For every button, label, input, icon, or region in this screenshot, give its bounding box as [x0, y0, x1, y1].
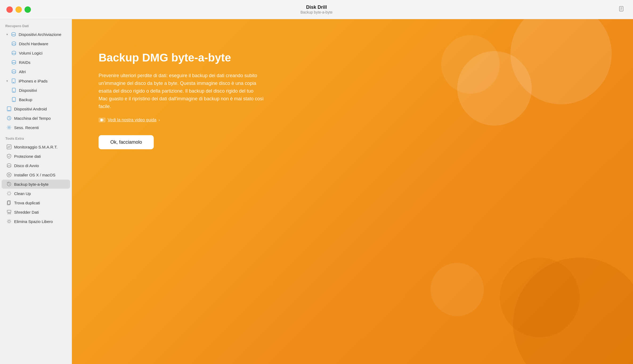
- sidebar-item-label: Altri: [19, 69, 66, 74]
- sidebar-item-label: Trova duplicati: [14, 201, 66, 205]
- sidebar-item-label: Dispositivi Archiviazione: [19, 32, 66, 37]
- minimize-button[interactable]: [15, 6, 22, 13]
- svg-line-49: [7, 222, 8, 223]
- sidebar-item-label: RAIDs: [19, 60, 66, 65]
- sidebar-item-backup-iphone[interactable]: Backup: [2, 95, 70, 104]
- svg-point-12: [14, 92, 14, 92]
- deco-circle-2: [457, 51, 532, 126]
- svg-marker-51: [103, 119, 104, 121]
- sidebar-item-label: Protezione dati: [14, 154, 66, 159]
- sidebar-item-raids[interactable]: RAIDs: [2, 58, 70, 67]
- svg-line-32: [10, 192, 11, 193]
- sidebar-item-label: Volumi Logici: [19, 51, 66, 55]
- sidebar-item-label: Dispositivi: [19, 88, 66, 93]
- gear-icon: [6, 125, 12, 130]
- sidebar-item-elimina-spazio-libero[interactable]: Elimina Spazio Libero: [2, 217, 70, 226]
- sidebar-item-label: Disco di Avvio: [14, 163, 66, 168]
- deco-circle-5: [500, 258, 580, 337]
- video-guide-link[interactable]: Vedi la nostra video guida ›: [99, 118, 264, 122]
- svg-line-39: [10, 213, 10, 214]
- title-bar: Disk Drill Backup byte-a-byte: [0, 0, 633, 19]
- tools-extra-label: Tools Extra: [0, 132, 72, 142]
- clock-icon: [6, 181, 12, 187]
- sun-icon: [6, 219, 12, 224]
- deco-circle-6: [431, 263, 484, 316]
- svg-point-16: [8, 110, 9, 111]
- sidebar-item-label: Dischi Hardware: [19, 42, 66, 46]
- sidebar-item-disco-di-avvio[interactable]: Disco di Avvio: [2, 161, 70, 170]
- sidebar-item-dispositivi[interactable]: Dispositivi: [2, 86, 70, 95]
- sidebar-item-label: Dispositivi Android: [14, 107, 66, 111]
- sidebar-item-backup-byte[interactable]: Backup byte-a-byte: [2, 180, 70, 189]
- sidebar-item-trova-duplicati[interactable]: Trova duplicati: [2, 198, 70, 207]
- svg-point-7: [12, 63, 16, 64]
- sidebar-item-volumi-logici[interactable]: Volumi Logici: [2, 48, 70, 57]
- chevron-right-icon: ›: [159, 118, 160, 122]
- sidebar-item-label: Elimina Spazio Libero: [14, 219, 66, 224]
- sidebar-item-iphones-ipads[interactable]: ▾ iPhones e iPads: [2, 76, 70, 85]
- sidebar-item-label: Backup byte-a-byte: [14, 182, 66, 187]
- shredder-icon: [6, 209, 12, 215]
- recupero-dati-label: Recupero Dati: [0, 19, 72, 30]
- timemachine-icon: [6, 115, 12, 121]
- chevron-down-icon: ▾: [6, 33, 8, 36]
- card-title: Backup DMG byte-a-byte: [99, 51, 264, 64]
- sidebar-item-macchina-del-tempo[interactable]: Macchina del Tempo: [2, 114, 70, 123]
- svg-point-21: [7, 166, 11, 167]
- sidebar-item-altri[interactable]: Altri: [2, 67, 70, 76]
- sidebar-item-label: Sess. Recenti: [14, 125, 66, 130]
- title-info: Disk Drill Backup byte-a-byte: [301, 5, 333, 14]
- svg-point-19: [8, 127, 10, 128]
- deco-circle-4: [513, 258, 633, 364]
- phone-icon: [11, 97, 17, 102]
- x-circle-icon: [6, 172, 12, 177]
- sidebar-item-label: Shredder Dati: [14, 210, 66, 214]
- content-area: Backup DMG byte-a-byte Prevenire ulterio…: [72, 19, 633, 364]
- svg-point-8: [12, 72, 16, 73]
- drive-icon: [11, 32, 16, 37]
- svg-line-47: [10, 222, 10, 223]
- drive-icon: [11, 60, 17, 65]
- chevron-down-icon: ▾: [6, 79, 8, 83]
- svg-line-37: [8, 213, 8, 214]
- drive-icon: [11, 50, 17, 56]
- sidebar-item-label: iPhones e iPads: [19, 79, 66, 83]
- sidebar-item-sess-recenti[interactable]: Sess. Recenti: [2, 123, 70, 132]
- cta-button[interactable]: Ok, facciamolo: [99, 135, 154, 149]
- main-layout: Recupero Dati ▾ Dispositivi Archiviazion…: [0, 19, 633, 364]
- svg-line-30: [7, 192, 8, 193]
- card-description: Prevenire ulteriori perdite di dati: ese…: [99, 72, 264, 110]
- sidebar-item-label: Clean Up: [14, 191, 66, 196]
- traffic-lights: [6, 6, 31, 13]
- deco-circle-3: [441, 35, 500, 94]
- sparkle-icon: [6, 191, 12, 196]
- sidebar-item-clean-up[interactable]: Clean Up: [2, 189, 70, 198]
- book-icon[interactable]: [619, 6, 624, 13]
- app-subtitle: Backup byte-a-byte: [301, 10, 333, 14]
- drive-icon: [11, 69, 17, 74]
- phone-icon: [11, 78, 16, 84]
- svg-line-46: [7, 220, 8, 220]
- deco-circle-1: [510, 19, 612, 104]
- sidebar-item-installer-osx[interactable]: Installer OS X / macOS: [2, 170, 70, 179]
- svg-point-41: [8, 220, 10, 222]
- sidebar-item-dischi-hardware[interactable]: Dischi Hardware: [2, 39, 70, 48]
- svg-rect-50: [100, 119, 103, 121]
- svg-rect-36: [7, 210, 11, 212]
- phone-icon: [11, 88, 17, 93]
- doc-icon: [6, 200, 12, 205]
- app-name: Disk Drill: [301, 5, 333, 10]
- sidebar-item-label: Backup: [19, 97, 66, 102]
- sidebar-item-dispositivi-archiviazione[interactable]: ▾ Dispositivi Archiviazione: [2, 30, 70, 39]
- video-link-text: Vedi la nostra video guida: [108, 118, 156, 122]
- close-button[interactable]: [6, 6, 13, 13]
- svg-point-14: [14, 101, 14, 101]
- sidebar-item-protezione-dati[interactable]: Protezione dati: [2, 152, 70, 161]
- sidebar-item-shredder-dati[interactable]: Shredder Dati: [2, 208, 70, 217]
- sidebar-item-monitoraggio-smart[interactable]: Monitoraggio S.M.A.R.T.: [2, 142, 70, 151]
- sidebar-item-dispositivi-android[interactable]: Dispositivi Android: [2, 104, 70, 113]
- sidebar-item-label: Installer OS X / macOS: [14, 173, 66, 177]
- sidebar-item-label: Monitoraggio S.M.A.R.T.: [14, 145, 66, 149]
- fullscreen-button[interactable]: [25, 6, 31, 13]
- content-card: Backup DMG byte-a-byte Prevenire ulterio…: [99, 51, 264, 149]
